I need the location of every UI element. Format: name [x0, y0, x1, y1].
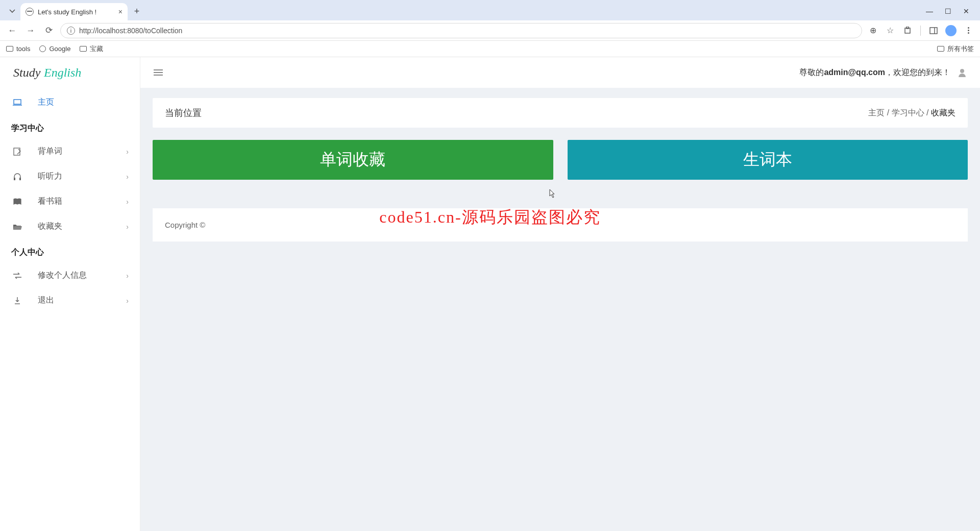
welcome-text: 尊敬的admin@qq.com，欢迎您的到来！: [799, 67, 967, 78]
transfer-icon: [11, 273, 23, 279]
separator: [920, 26, 921, 36]
chevron-right-icon: ›: [126, 272, 129, 280]
close-icon[interactable]: ×: [118, 8, 122, 16]
new-tab-button[interactable]: +: [130, 4, 144, 18]
globe-icon: [26, 8, 34, 16]
nav-label: 看书籍: [38, 196, 62, 207]
nav-books[interactable]: 看书籍 ›: [0, 189, 140, 214]
bookmark-label: tools: [16, 45, 30, 53]
folder-icon: [6, 46, 13, 52]
profile-icon[interactable]: [944, 24, 958, 37]
tab-list-button[interactable]: [5, 4, 19, 18]
svg-rect-6: [14, 148, 20, 155]
info-icon[interactable]: i: [67, 27, 75, 35]
menu-icon[interactable]: [962, 24, 975, 37]
tab-bar: Let's study English ! × + — ☐ ✕: [0, 0, 980, 20]
nav-label: 修改个人信息: [38, 270, 87, 281]
chevron-right-icon: ›: [126, 148, 129, 156]
svg-rect-1: [906, 27, 909, 29]
main-area: 尊敬的admin@qq.com，欢迎您的到来！ 当前位置 主页 / 学习中心 /…: [140, 57, 980, 531]
url-text: http://localhost:8080/toCollection: [79, 27, 182, 35]
address-bar[interactable]: i http://localhost:8080/toCollection: [60, 23, 862, 38]
bookmarks-bar: tools Google 宝藏 所有书签: [0, 41, 980, 57]
card-row: 单词收藏 生词本: [153, 140, 968, 180]
breadcrumb-title: 当前位置: [165, 107, 202, 119]
nav-label: 听听力: [38, 171, 62, 182]
nav-label: 退出: [38, 295, 54, 306]
breadcrumb-link-study[interactable]: 学习中心: [892, 108, 924, 117]
sidepanel-icon[interactable]: [927, 24, 940, 37]
nav-label: 背单词: [38, 146, 62, 157]
svg-rect-7: [14, 178, 15, 180]
browser-toolbar: ← → ⟳ i http://localhost:8080/toCollecti…: [0, 20, 980, 41]
chevron-right-icon: ›: [126, 173, 129, 181]
welcome-suffix: ，欢迎您的到来！: [885, 68, 950, 77]
star-icon[interactable]: ☆: [884, 24, 897, 37]
chevron-right-icon: ›: [126, 297, 129, 305]
minimize-icon[interactable]: —: [926, 7, 933, 15]
bookmark-tools[interactable]: tools: [6, 45, 30, 53]
card-new-words[interactable]: 生词本: [568, 140, 968, 180]
card-label: 生词本: [743, 149, 792, 171]
svg-rect-8: [19, 178, 21, 180]
logo[interactable]: Study English: [0, 57, 140, 90]
svg-rect-2: [930, 28, 937, 34]
folder-open-icon: [11, 223, 23, 230]
nav-words[interactable]: 背单词 ›: [0, 139, 140, 164]
book-icon: [11, 198, 23, 205]
welcome-user: admin@qq.com: [824, 68, 885, 77]
bookmark-treasure[interactable]: 宝藏: [80, 44, 103, 54]
breadcrumb-current: 收藏夹: [931, 108, 955, 117]
all-bookmarks[interactable]: 所有书签: [937, 44, 974, 54]
hamburger-icon[interactable]: [154, 69, 163, 76]
breadcrumb-sep: /: [924, 108, 931, 117]
breadcrumb-path: 主页 / 学习中心 / 收藏夹: [868, 108, 955, 118]
nav-group-study: 学习中心: [0, 115, 140, 139]
headphones-icon: [11, 173, 23, 181]
folder-icon: [80, 46, 87, 52]
breadcrumb-bar: 当前位置 主页 / 学习中心 / 收藏夹: [153, 98, 968, 128]
close-window-icon[interactable]: ✕: [963, 7, 970, 15]
logo-part1: Study: [13, 66, 40, 79]
tab-title: Let's study English !: [38, 8, 96, 16]
folder-icon: [937, 46, 944, 52]
laptop-icon: [11, 99, 23, 106]
maximize-icon[interactable]: ☐: [944, 7, 951, 15]
chevron-right-icon: ›: [126, 198, 129, 206]
browser-tab[interactable]: Let's study English ! ×: [20, 3, 128, 20]
bookmark-label: Google: [49, 45, 70, 53]
user-icon[interactable]: [958, 68, 967, 77]
edit-icon: [11, 148, 23, 156]
browser-chrome: Let's study English ! × + — ☐ ✕ ← → ⟳ i …: [0, 0, 980, 57]
reload-button[interactable]: ⟳: [42, 23, 56, 38]
breadcrumb-link-home[interactable]: 主页: [868, 108, 885, 117]
cursor-icon: [546, 189, 555, 200]
card-word-favorites[interactable]: 单词收藏: [153, 140, 553, 180]
svg-rect-4: [14, 100, 21, 104]
extensions-icon[interactable]: [901, 24, 914, 37]
logout-icon: [11, 297, 23, 305]
nav-listening[interactable]: 听听力 ›: [0, 164, 140, 189]
globe-icon: [39, 45, 46, 52]
nav-profile-edit[interactable]: 修改个人信息 ›: [0, 263, 140, 288]
overlay-warning: code51.cn-源码乐园盗图必究: [379, 206, 600, 229]
app-container: Study English 主页 学习中心 背单词 › 听听力 › 看书籍 › …: [0, 57, 980, 531]
nav-group-personal: 个人中心: [0, 239, 140, 263]
bookmark-label: 宝藏: [90, 44, 103, 54]
bookmark-google[interactable]: Google: [39, 45, 70, 53]
logo-part2: English: [44, 66, 81, 79]
nav-logout[interactable]: 退出 ›: [0, 288, 140, 313]
back-button[interactable]: ←: [5, 23, 19, 38]
breadcrumb-sep: /: [885, 108, 891, 117]
nav-label: 收藏夹: [38, 221, 62, 232]
nav-favorites[interactable]: 收藏夹 ›: [0, 214, 140, 239]
welcome-prefix: 尊敬的: [799, 68, 824, 77]
forward-button[interactable]: →: [23, 23, 38, 38]
card-label: 单词收藏: [320, 149, 385, 171]
footer-text: Copyright ©: [165, 221, 205, 229]
bookmark-label: 所有书签: [947, 44, 974, 54]
sidebar: Study English 主页 学习中心 背单词 › 听听力 › 看书籍 › …: [0, 57, 140, 531]
nav-home[interactable]: 主页: [0, 90, 140, 115]
chevron-right-icon: ›: [126, 223, 129, 231]
zoom-icon[interactable]: ⊕: [866, 24, 879, 37]
